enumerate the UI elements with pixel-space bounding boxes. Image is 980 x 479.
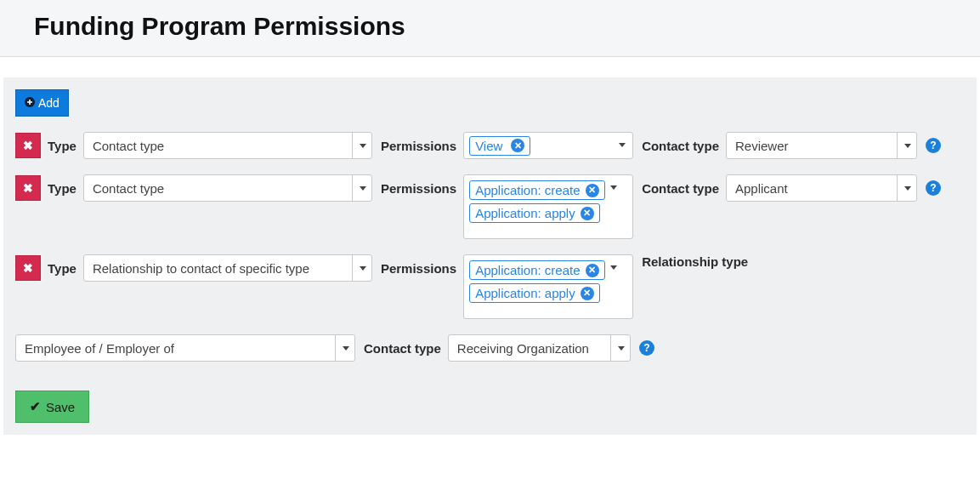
permissions-multiselect[interactable]: View ✕ (463, 132, 633, 159)
selected-permission-tag: Application: create ✕ (469, 260, 604, 280)
add-button-label: Add (38, 96, 59, 110)
contact-type-label: Contact type (364, 341, 441, 356)
permissions-multiselect[interactable]: Application: create ✕ Application: apply… (463, 254, 633, 319)
permission-row: ✖ Type Relationship to contact of specif… (15, 254, 965, 362)
type-select-value: Contact type (93, 139, 345, 153)
check-icon: ✔ (30, 399, 41, 414)
page-header: Funding Program Permissions (0, 0, 980, 57)
chevron-down-icon (897, 133, 911, 158)
save-button[interactable]: ✔ Save (15, 391, 89, 423)
permissions-label: Permissions (381, 261, 456, 276)
tag-label: Application: create (475, 183, 580, 197)
permissions-label: Permissions (381, 181, 456, 196)
remove-row-button[interactable]: ✖ (15, 133, 41, 158)
type-select[interactable]: Relationship to contact of specific type (83, 254, 372, 282)
type-label: Type (48, 181, 76, 196)
contact-type-value: Receiving Organization (457, 341, 603, 356)
type-label: Type (48, 139, 76, 153)
contact-type-value: Applicant (735, 181, 890, 196)
tag-label: Application: apply (475, 286, 575, 300)
permission-row: ✖ Type Contact type Permissions View ✕ C… (15, 132, 965, 159)
selected-permission-tag: Application: apply ✕ (469, 283, 600, 303)
help-icon[interactable]: ? (639, 340, 654, 356)
chevron-down-icon (352, 255, 366, 281)
contact-type-select[interactable]: Applicant (726, 174, 917, 202)
relationship-type-label: Relationship type (642, 254, 748, 269)
type-select[interactable]: Contact type (83, 174, 372, 202)
permission-rows: ✖ Type Contact type Permissions View ✕ C… (15, 132, 965, 362)
add-button[interactable]: Add (15, 89, 69, 117)
relationship-type-select[interactable]: Employee of / Employer of (15, 334, 355, 362)
contact-type-label: Contact type (642, 181, 719, 196)
chevron-down-icon (619, 143, 626, 147)
tag-remove-icon[interactable]: ✕ (511, 139, 524, 152)
permission-row: ✖ Type Contact type Permissions Applicat… (15, 174, 965, 239)
selected-permission-tag: View ✕ (469, 136, 530, 156)
chevron-down-icon (335, 335, 349, 361)
relationship-type-value: Employee of / Employer of (25, 341, 328, 356)
permissions-label: Permissions (381, 139, 456, 153)
type-select[interactable]: Contact type (83, 132, 372, 159)
close-icon: ✖ (23, 261, 33, 275)
chevron-down-icon (897, 175, 911, 201)
remove-row-button[interactable]: ✖ (15, 255, 41, 281)
tag-remove-icon[interactable]: ✕ (586, 184, 599, 197)
selected-permission-tag: Application: create ✕ (469, 180, 604, 200)
chevron-down-icon (610, 335, 625, 361)
contact-type-label: Contact type (642, 139, 719, 153)
save-button-label: Save (46, 400, 75, 414)
contact-type-value: Reviewer (735, 139, 890, 153)
page-title: Funding Program Permissions (34, 12, 946, 41)
close-icon: ✖ (23, 139, 33, 152)
tag-remove-icon[interactable]: ✕ (581, 287, 594, 300)
chevron-down-icon (610, 185, 617, 190)
contact-type-select[interactable]: Reviewer (726, 132, 917, 159)
tag-label: View (475, 139, 502, 153)
tag-label: Application: apply (475, 206, 575, 220)
tag-remove-icon[interactable]: ✕ (581, 207, 594, 220)
selected-permission-tag: Application: apply ✕ (469, 203, 600, 223)
help-icon[interactable]: ? (926, 138, 941, 153)
permissions-multiselect[interactable]: Application: create ✕ Application: apply… (463, 174, 633, 239)
tag-remove-icon[interactable]: ✕ (586, 264, 599, 277)
help-icon[interactable]: ? (926, 180, 941, 196)
permissions-panel: Add ✖ Type Contact type Permissions View… (3, 77, 977, 435)
plus-circle-icon (25, 96, 35, 110)
type-select-value: Relationship to contact of specific type (93, 261, 345, 276)
chevron-down-icon (352, 133, 366, 158)
remove-row-button[interactable]: ✖ (15, 175, 41, 201)
tag-label: Application: create (475, 263, 580, 277)
chevron-down-icon (610, 265, 617, 270)
close-icon: ✖ (23, 181, 33, 195)
contact-type-select[interactable]: Receiving Organization (448, 334, 631, 362)
type-label: Type (48, 261, 76, 276)
chevron-down-icon (352, 175, 366, 201)
type-select-value: Contact type (93, 181, 345, 196)
